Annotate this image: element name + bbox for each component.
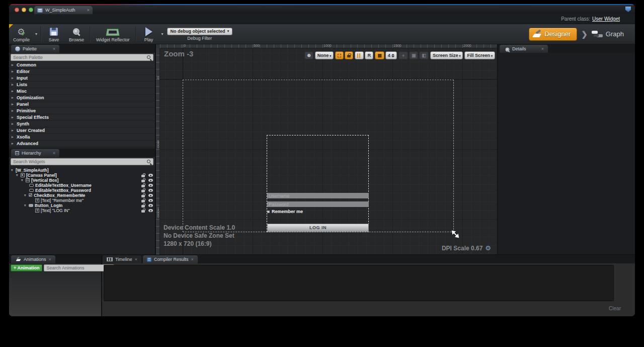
palette-category-user-created[interactable]: ▸User Created [9,127,155,134]
canvas-viewport[interactable]: Zoom -3 ⊕ None▾ R ▦ 4 [160,48,497,254]
add-animation-button[interactable]: + Animation [11,264,42,271]
palette-category-panel[interactable]: ▸Panel [9,101,155,108]
collapse-arrow-icon[interactable]: ▾ [16,173,19,177]
lock-icon[interactable] [141,200,145,202]
source-control-icon[interactable] [625,7,631,12]
tab-palette[interactable]: Palette × [11,45,59,53]
maximize-window-button[interactable] [29,8,33,12]
tab-animations[interactable]: Animations × [11,255,55,263]
close-icon[interactable]: × [191,257,193,262]
visibility-eye-icon[interactable] [148,184,153,187]
login-button-widget[interactable]: LOG IN [267,224,369,232]
lock-icon[interactable] [141,190,145,192]
tab-timeline[interactable]: Timeline × [103,255,141,263]
lock-icon[interactable] [141,180,145,182]
tree-row-canvas-panel[interactable]: ▾ [Canvas Panel] [9,173,155,178]
lock-icon[interactable] [141,175,145,177]
lock-icon[interactable] [141,205,145,207]
resize-handle-cursor[interactable] [451,230,460,241]
visibility-eye-icon[interactable] [148,199,153,202]
close-icon[interactable]: × [541,46,544,51]
widget-anchors-button[interactable]: ＋ [398,51,408,59]
palette-category-optimization[interactable]: ▸Optimization [9,95,155,101]
widget-reflector-button[interactable]: Widget Reflector [92,24,134,44]
play-button[interactable]: Play [138,24,160,44]
visibility-eye-icon[interactable] [148,174,153,177]
lock-icon[interactable] [141,185,145,187]
parent-class-link[interactable]: User Widget [592,16,620,22]
asset-tab[interactable]: W_SimpleAuth × [34,6,93,14]
fill-screen-dropdown[interactable]: Fill Screen▾ [464,51,495,59]
close-icon[interactable]: × [53,151,55,156]
lock-icon[interactable] [141,210,145,213]
graph-mode-button[interactable]: Graph [592,30,624,38]
flip-preview-button[interactable]: ◧ [419,51,429,59]
remember-me-widget[interactable]: Remember me [267,209,303,214]
close-window-button[interactable] [15,8,19,12]
palette-category-editor[interactable]: ▸Editor [9,68,155,75]
tree-row-editabletextbox-password[interactable]: EditableTextBox_Password [9,188,155,193]
checkbox-icon[interactable] [267,211,270,213]
visibility-eye-icon[interactable] [148,204,153,207]
tree-row-text-remember-me[interactable]: T [Text] "Remember me" [9,198,155,203]
browse-button[interactable]: Browse [65,24,88,44]
preview-background-button[interactable]: ▣ [409,51,419,59]
animations-search-input[interactable] [44,265,107,271]
snap-grid-toggle-button[interactable]: ▦ [375,51,384,59]
vertical-box-selection-outline[interactable] [267,135,369,232]
visibility-eye-icon[interactable] [148,179,153,182]
dpi-settings-gear-icon[interactable]: ⚙ [485,244,491,252]
palette-category-advanced[interactable]: ▸Advanced [9,141,155,147]
screen-size-dropdown[interactable]: Screen Size▾ [430,51,463,59]
designer-mode-button[interactable]: Designer [529,28,577,41]
safe-zone-dropdown[interactable]: None▾ [315,51,334,59]
visibility-eye-icon[interactable] [148,209,153,212]
palette-category-synth[interactable]: ▸Synth [9,121,155,127]
tab-details[interactable]: Details × [500,45,548,53]
password-textbox-widget[interactable]: Password [267,201,369,207]
palette-search-input[interactable] [11,54,146,60]
outline-toggle-button[interactable] [335,51,344,59]
compile-options-caret[interactable]: ▾ [34,32,39,36]
palette-category-input[interactable]: ▸Input [9,75,155,82]
tab-compiler-results[interactable]: Compiler Results × [143,255,198,263]
palette-category-misc[interactable]: ▸Misc [9,88,155,95]
collapse-arrow-icon[interactable]: ▾ [21,178,24,182]
tree-row-button-login[interactable]: ▾ Button_LogIn [9,203,155,208]
tree-row-text-log-in[interactable]: T [Text] "LOG IN" [9,208,155,213]
save-button[interactable]: Save [43,24,65,44]
palette-category-lists[interactable]: ▸Lists [9,82,155,88]
lock-widgets-button[interactable] [345,51,353,59]
animations-list-body[interactable] [9,272,101,316]
username-textbox-widget[interactable]: Username [267,193,369,198]
localization-preview-button[interactable]: ⊕ [304,51,313,59]
close-tab-icon[interactable]: × [87,8,90,13]
text-baseline-button[interactable] [355,51,364,59]
debug-object-dropdown[interactable]: No debug object selected ▾ [167,28,233,35]
tab-hierarchy[interactable]: Hierarchy × [11,149,59,157]
respect-locks-button[interactable]: R [365,51,373,59]
collapse-arrow-icon[interactable]: ▾ [24,193,27,197]
palette-category-special-effects[interactable]: ▸Special Effects [9,114,155,121]
tree-row-checkbox-rememberme[interactable]: ▾ ☑ CheckBox_RememberMe [9,193,155,198]
visibility-eye-icon[interactable] [148,194,153,197]
close-icon[interactable]: × [135,257,137,262]
palette-category-common[interactable]: ▸Common [9,62,155,68]
palette-category-xsolla[interactable]: ▸Xsolla [9,134,155,141]
tree-row-editabletextbox-username[interactable]: EditableTextBox_Username [9,183,155,188]
compiler-log-area[interactable] [104,265,614,301]
lock-icon[interactable] [141,195,145,197]
hierarchy-search-input[interactable] [11,159,146,165]
collapse-arrow-icon[interactable]: ▾ [24,203,27,207]
minimize-window-button[interactable] [22,8,26,12]
visibility-eye-icon[interactable] [148,189,153,192]
tree-row-root[interactable]: ▾ [W_SimpleAuth] [9,168,155,173]
tree-row-vertical-box[interactable]: ▾ [Vertical Box] [9,178,155,183]
play-options-caret[interactable]: ▾ [160,32,165,36]
close-icon[interactable]: × [53,46,55,51]
close-icon[interactable]: × [49,257,51,262]
collapse-arrow-icon[interactable]: ▾ [11,168,14,172]
palette-category-primitive[interactable]: ▸Primitive [9,108,155,114]
snap-grid-size-stepper[interactable]: 4 [385,51,397,59]
clear-log-button[interactable]: Clear [609,306,621,311]
